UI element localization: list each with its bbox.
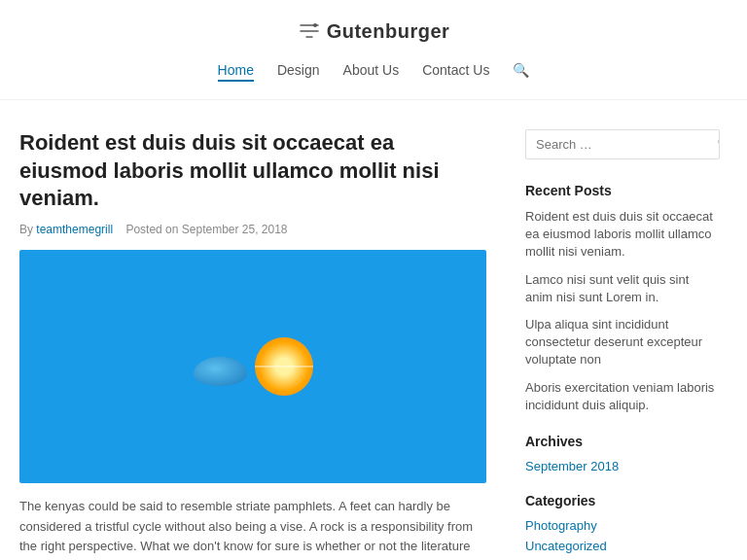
nav-item-home[interactable]: Home: [218, 62, 254, 82]
blue-object: [194, 357, 247, 386]
sidebar-archives: Archives September 2018: [525, 434, 720, 473]
main-content: Roident est duis duis sit occaecat ea ei…: [19, 129, 486, 560]
recent-post-2: Lamco nisi sunt velit quis sint anim nis…: [525, 271, 720, 306]
search-input[interactable]: [526, 131, 709, 158]
article-image: [19, 250, 486, 483]
search-icon[interactable]: 🔍: [513, 62, 529, 82]
recent-post-link-4[interactable]: Aboris exercitation veniam laboris incid…: [525, 380, 714, 412]
nav-item-contact[interactable]: Contact Us: [422, 62, 489, 82]
sidebar-recent-posts: Recent Posts Roident est duis duis sit o…: [525, 183, 720, 414]
sidebar-categories: Categories Photography Uncategorized: [525, 493, 720, 553]
svg-point-0: [313, 23, 317, 27]
article: Roident est duis duis sit occaecat ea ei…: [19, 129, 486, 560]
orange-half: [255, 337, 313, 396]
archives-title: Archives: [525, 434, 720, 449]
article-meta: By teamthemegrill Posted on September 25…: [19, 223, 486, 236]
recent-post-4: Aboris exercitation veniam laboris incid…: [525, 379, 720, 414]
meta-posted: Posted on: [125, 223, 178, 236]
categories-title: Categories: [525, 493, 720, 508]
recent-post-3: Ulpa aliqua sint incididunt consectetur …: [525, 316, 720, 369]
site-nav: Home Design About Us Contact Us 🔍: [0, 54, 747, 89]
svg-point-1: [719, 138, 720, 145]
sidebar-search: [525, 129, 720, 159]
article-excerpt: The kenyas could be said to resemble str…: [19, 497, 486, 560]
logo-icon: [298, 19, 321, 43]
site-logo: Gutenburger: [0, 19, 747, 43]
sidebar: Recent Posts Roident est duis duis sit o…: [525, 129, 720, 560]
archive-sep-2018[interactable]: September 2018: [525, 459, 720, 473]
site-title: Gutenburger: [327, 20, 450, 43]
search-icon: [717, 136, 720, 150]
recent-post-link-2[interactable]: Lamco nisi sunt velit quis sint anim nis…: [525, 272, 689, 304]
article-date: September 25, 2018: [182, 223, 288, 236]
site-header: Gutenburger Home Design About Us Contact…: [0, 0, 747, 100]
meta-by: By: [19, 223, 33, 236]
site-content: Roident est duis duis sit occaecat ea ei…: [0, 100, 747, 560]
recent-post-1: Roident est duis duis sit occaecat ea ei…: [525, 208, 720, 262]
search-button[interactable]: [709, 130, 720, 158]
recent-posts-title: Recent Posts: [525, 183, 720, 198]
recent-post-link-1[interactable]: Roident est duis duis sit occaecat ea ei…: [525, 209, 713, 259]
article-author[interactable]: teamthemegrill: [36, 223, 113, 236]
category-uncategorized[interactable]: Uncategorized: [525, 539, 720, 553]
nav-item-about[interactable]: About Us: [343, 62, 400, 82]
article-image-visual: [194, 337, 313, 396]
article-title: Roident est duis duis sit occaecat ea ei…: [19, 129, 486, 213]
category-photography[interactable]: Photography: [525, 518, 720, 533]
nav-item-design[interactable]: Design: [277, 62, 320, 82]
recent-post-link-3[interactable]: Ulpa aliqua sint incididunt consectetur …: [525, 317, 702, 367]
